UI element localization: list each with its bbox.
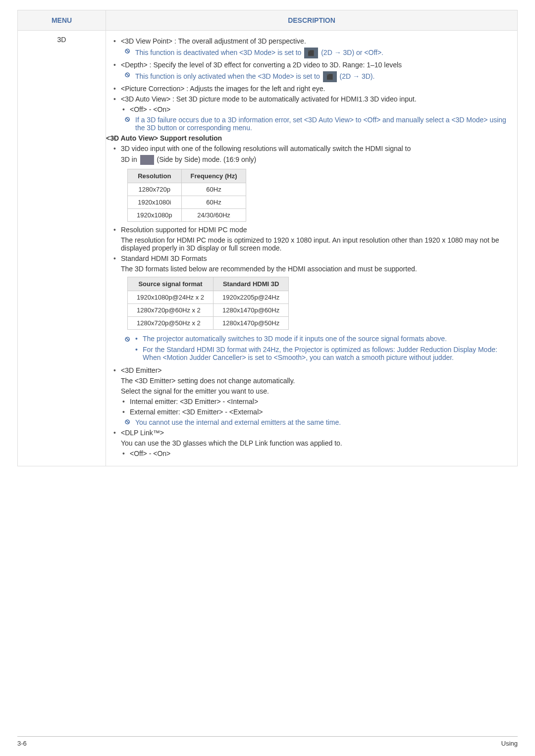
section-title: Using <box>501 740 518 747</box>
note-judder: For the Standard HDMI 3D format with 24H… <box>135 346 510 361</box>
note-only-activated: This function is only activated when the… <box>124 71 510 82</box>
bullet-dlp-link: <DLP Link™> <box>113 429 510 437</box>
table-row: 1280x720p@60Hz x 2 1280x1470p@60Hz <box>128 304 289 317</box>
note-block-projector: The projector automatically switches to … <box>124 335 510 361</box>
bullet-auto-view-offon: <Off> - <On> <box>122 105 510 113</box>
bullet-video-input: 3D video input with one of the following… <box>113 145 510 152</box>
mode-2d3d-icon: ⬛ <box>304 48 318 58</box>
description-cell: <3D View Point> : The overall adjustment… <box>106 31 518 466</box>
note-emitter-sametime: You cannot use the internal and external… <box>124 418 510 426</box>
format-table: Source signal format Standard HDMI 3D 19… <box>127 277 289 330</box>
mode-2d3d-icon: ⬛ <box>323 71 337 82</box>
bullet-std-hdmi-3d: Standard HDMI 3D Formats <box>113 254 510 262</box>
bullet-emitter-external: External emitter: <3D Emitter> - <Extern… <box>122 408 510 416</box>
bullet-emitter-internal: Internal emitter: <3D Emitter> - <Intern… <box>122 398 510 405</box>
std-header: Standard HDMI 3D <box>214 277 289 291</box>
bullet-depth: <Depth> : Specify the level of 3D effect… <box>113 61 510 69</box>
resolution-table: Resolution Frequency (Hz) 1280x720p 60Hz… <box>127 169 246 222</box>
bullet-picture-correction: <Picture Correction> : Adjusts the image… <box>113 85 510 93</box>
hdmi-pc-body: The resolution for HDMI PC mode is optim… <box>121 236 510 252</box>
menu-item-3d: 3D <box>18 31 106 466</box>
page-number: 3-6 <box>17 740 27 747</box>
note-viewpoint-deact: This function is deactivated when <3D Mo… <box>124 48 510 58</box>
emitter-text1: The <3D Emitter> setting does not change… <box>121 377 510 385</box>
side-by-side-icon <box>140 155 154 165</box>
bullet-auto-view: <3D Auto View> : Set 3D picture mode to … <box>113 95 510 103</box>
heading-support-resolution: <3D Auto View> Support resolution <box>113 134 510 142</box>
table-row: 1920x1080i 60Hz <box>128 196 246 209</box>
video-input-line2: 3D in (Side by Side) mode. (16:9 only) <box>121 155 510 165</box>
table-row: 1920x1080p@24Hz x 2 1920x2205p@24Hz <box>128 291 289 304</box>
bullet-viewpoint: <3D View Point> : The overall adjustment… <box>113 37 510 45</box>
res-header: Resolution <box>128 169 182 183</box>
note-3d-failure: If a 3D failure occurs due to a 3D infor… <box>124 116 510 132</box>
table-row: 1280x720p@50Hz x 2 1280x1470p@50Hz <box>128 317 289 330</box>
table-row: 1920x1080p 24/30/60Hz <box>128 209 246 222</box>
col-menu-header: MENU <box>18 10 106 31</box>
bullet-3d-emitter: <3D Emitter> <box>113 366 510 374</box>
src-header: Source signal format <box>128 277 214 291</box>
std-hdmi-3d-body: The 3D formats listed below are recommen… <box>121 265 510 273</box>
bullet-dlp-offon: <Off> - <On> <box>122 450 510 457</box>
note-auto-switch: The projector automatically switches to … <box>135 335 510 343</box>
bullet-hdmi-pc: Resolution supported for HDMI PC mode <box>113 226 510 234</box>
col-desc-header: DESCRIPTION <box>106 10 518 31</box>
freq-header: Frequency (Hz) <box>181 169 246 183</box>
dlp-link-text: You can use the 3D glasses which the DLP… <box>121 439 510 447</box>
emitter-text2: Select the signal for the emitter you wa… <box>121 387 510 395</box>
table-row: 1280x720p 60Hz <box>128 183 246 196</box>
